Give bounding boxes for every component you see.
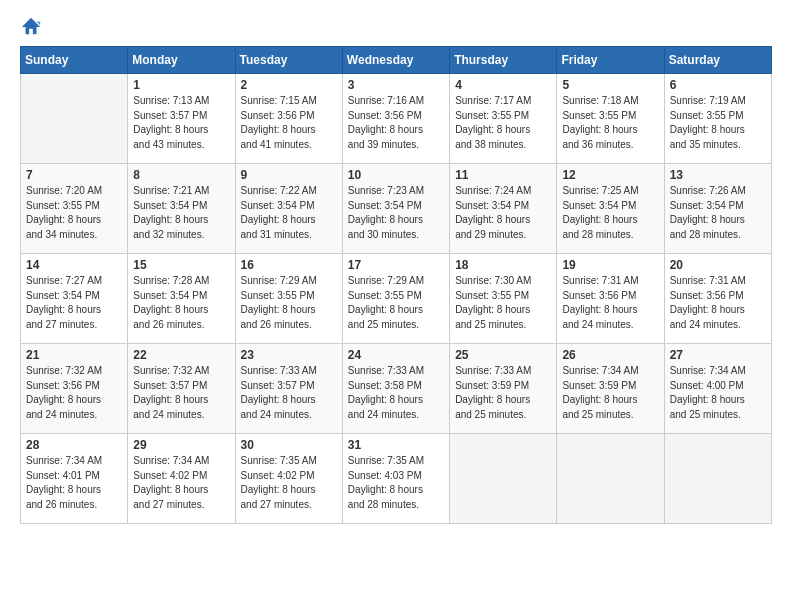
cell-content: Sunrise: 7:24 AM Sunset: 3:54 PM Dayligh… (455, 184, 551, 242)
day-number: 6 (670, 78, 766, 92)
day-header-thursday: Thursday (450, 47, 557, 74)
day-number: 1 (133, 78, 229, 92)
cell-content: Sunrise: 7:23 AM Sunset: 3:54 PM Dayligh… (348, 184, 444, 242)
calendar-cell: 26Sunrise: 7:34 AM Sunset: 3:59 PM Dayli… (557, 344, 664, 434)
day-number: 12 (562, 168, 658, 182)
cell-content: Sunrise: 7:34 AM Sunset: 4:00 PM Dayligh… (670, 364, 766, 422)
day-header-wednesday: Wednesday (342, 47, 449, 74)
calendar-cell: 8Sunrise: 7:21 AM Sunset: 3:54 PM Daylig… (128, 164, 235, 254)
cell-content: Sunrise: 7:30 AM Sunset: 3:55 PM Dayligh… (455, 274, 551, 332)
day-number: 8 (133, 168, 229, 182)
calendar-cell: 30Sunrise: 7:35 AM Sunset: 4:02 PM Dayli… (235, 434, 342, 524)
calendar-cell: 11Sunrise: 7:24 AM Sunset: 3:54 PM Dayli… (450, 164, 557, 254)
calendar-cell (557, 434, 664, 524)
cell-content: Sunrise: 7:29 AM Sunset: 3:55 PM Dayligh… (241, 274, 337, 332)
cell-content: Sunrise: 7:19 AM Sunset: 3:55 PM Dayligh… (670, 94, 766, 152)
calendar-cell: 2Sunrise: 7:15 AM Sunset: 3:56 PM Daylig… (235, 74, 342, 164)
day-number: 19 (562, 258, 658, 272)
day-number: 4 (455, 78, 551, 92)
cell-content: Sunrise: 7:32 AM Sunset: 3:57 PM Dayligh… (133, 364, 229, 422)
day-number: 17 (348, 258, 444, 272)
calendar-cell: 9Sunrise: 7:22 AM Sunset: 3:54 PM Daylig… (235, 164, 342, 254)
calendar-cell (664, 434, 771, 524)
cell-content: Sunrise: 7:15 AM Sunset: 3:56 PM Dayligh… (241, 94, 337, 152)
cell-content: Sunrise: 7:26 AM Sunset: 3:54 PM Dayligh… (670, 184, 766, 242)
calendar-cell: 31Sunrise: 7:35 AM Sunset: 4:03 PM Dayli… (342, 434, 449, 524)
week-row-5: 28Sunrise: 7:34 AM Sunset: 4:01 PM Dayli… (21, 434, 772, 524)
calendar-cell: 25Sunrise: 7:33 AM Sunset: 3:59 PM Dayli… (450, 344, 557, 434)
day-header-sunday: Sunday (21, 47, 128, 74)
calendar-cell: 18Sunrise: 7:30 AM Sunset: 3:55 PM Dayli… (450, 254, 557, 344)
calendar-cell: 14Sunrise: 7:27 AM Sunset: 3:54 PM Dayli… (21, 254, 128, 344)
calendar-cell: 17Sunrise: 7:29 AM Sunset: 3:55 PM Dayli… (342, 254, 449, 344)
day-number: 25 (455, 348, 551, 362)
week-row-2: 7Sunrise: 7:20 AM Sunset: 3:55 PM Daylig… (21, 164, 772, 254)
cell-content: Sunrise: 7:34 AM Sunset: 4:01 PM Dayligh… (26, 454, 122, 512)
cell-content: Sunrise: 7:34 AM Sunset: 4:02 PM Dayligh… (133, 454, 229, 512)
cell-content: Sunrise: 7:28 AM Sunset: 3:54 PM Dayligh… (133, 274, 229, 332)
day-number: 14 (26, 258, 122, 272)
day-number: 24 (348, 348, 444, 362)
day-number: 16 (241, 258, 337, 272)
calendar-body: 1Sunrise: 7:13 AM Sunset: 3:57 PM Daylig… (21, 74, 772, 524)
calendar-cell: 7Sunrise: 7:20 AM Sunset: 3:55 PM Daylig… (21, 164, 128, 254)
day-number: 30 (241, 438, 337, 452)
day-header-tuesday: Tuesday (235, 47, 342, 74)
day-number: 9 (241, 168, 337, 182)
calendar-cell: 1Sunrise: 7:13 AM Sunset: 3:57 PM Daylig… (128, 74, 235, 164)
day-number: 26 (562, 348, 658, 362)
cell-content: Sunrise: 7:22 AM Sunset: 3:54 PM Dayligh… (241, 184, 337, 242)
day-number: 29 (133, 438, 229, 452)
day-number: 27 (670, 348, 766, 362)
day-number: 18 (455, 258, 551, 272)
day-number: 31 (348, 438, 444, 452)
day-header-monday: Monday (128, 47, 235, 74)
calendar-cell: 19Sunrise: 7:31 AM Sunset: 3:56 PM Dayli… (557, 254, 664, 344)
calendar-cell (21, 74, 128, 164)
cell-content: Sunrise: 7:27 AM Sunset: 3:54 PM Dayligh… (26, 274, 122, 332)
calendar-cell: 21Sunrise: 7:32 AM Sunset: 3:56 PM Dayli… (21, 344, 128, 434)
calendar-cell (450, 434, 557, 524)
calendar-table: SundayMondayTuesdayWednesdayThursdayFrid… (20, 46, 772, 524)
day-number: 23 (241, 348, 337, 362)
cell-content: Sunrise: 7:13 AM Sunset: 3:57 PM Dayligh… (133, 94, 229, 152)
calendar-cell: 12Sunrise: 7:25 AM Sunset: 3:54 PM Dayli… (557, 164, 664, 254)
day-number: 21 (26, 348, 122, 362)
day-headers-row: SundayMondayTuesdayWednesdayThursdayFrid… (21, 47, 772, 74)
calendar-cell: 22Sunrise: 7:32 AM Sunset: 3:57 PM Dayli… (128, 344, 235, 434)
cell-content: Sunrise: 7:34 AM Sunset: 3:59 PM Dayligh… (562, 364, 658, 422)
cell-content: Sunrise: 7:25 AM Sunset: 3:54 PM Dayligh… (562, 184, 658, 242)
week-row-3: 14Sunrise: 7:27 AM Sunset: 3:54 PM Dayli… (21, 254, 772, 344)
calendar-cell: 3Sunrise: 7:16 AM Sunset: 3:56 PM Daylig… (342, 74, 449, 164)
calendar-cell: 5Sunrise: 7:18 AM Sunset: 3:55 PM Daylig… (557, 74, 664, 164)
cell-content: Sunrise: 7:17 AM Sunset: 3:55 PM Dayligh… (455, 94, 551, 152)
calendar-cell: 13Sunrise: 7:26 AM Sunset: 3:54 PM Dayli… (664, 164, 771, 254)
logo-icon (20, 16, 42, 38)
week-row-4: 21Sunrise: 7:32 AM Sunset: 3:56 PM Dayli… (21, 344, 772, 434)
cell-content: Sunrise: 7:21 AM Sunset: 3:54 PM Dayligh… (133, 184, 229, 242)
day-number: 3 (348, 78, 444, 92)
day-number: 22 (133, 348, 229, 362)
cell-content: Sunrise: 7:31 AM Sunset: 3:56 PM Dayligh… (562, 274, 658, 332)
calendar-cell: 29Sunrise: 7:34 AM Sunset: 4:02 PM Dayli… (128, 434, 235, 524)
calendar-header: SundayMondayTuesdayWednesdayThursdayFrid… (21, 47, 772, 74)
day-number: 15 (133, 258, 229, 272)
calendar-cell: 15Sunrise: 7:28 AM Sunset: 3:54 PM Dayli… (128, 254, 235, 344)
day-header-friday: Friday (557, 47, 664, 74)
calendar-cell: 28Sunrise: 7:34 AM Sunset: 4:01 PM Dayli… (21, 434, 128, 524)
calendar-cell: 6Sunrise: 7:19 AM Sunset: 3:55 PM Daylig… (664, 74, 771, 164)
day-number: 10 (348, 168, 444, 182)
calendar-cell: 20Sunrise: 7:31 AM Sunset: 3:56 PM Dayli… (664, 254, 771, 344)
calendar-cell: 27Sunrise: 7:34 AM Sunset: 4:00 PM Dayli… (664, 344, 771, 434)
svg-marker-0 (22, 18, 40, 35)
week-row-1: 1Sunrise: 7:13 AM Sunset: 3:57 PM Daylig… (21, 74, 772, 164)
calendar-cell: 23Sunrise: 7:33 AM Sunset: 3:57 PM Dayli… (235, 344, 342, 434)
calendar-cell: 24Sunrise: 7:33 AM Sunset: 3:58 PM Dayli… (342, 344, 449, 434)
cell-content: Sunrise: 7:33 AM Sunset: 3:58 PM Dayligh… (348, 364, 444, 422)
cell-content: Sunrise: 7:16 AM Sunset: 3:56 PM Dayligh… (348, 94, 444, 152)
cell-content: Sunrise: 7:18 AM Sunset: 3:55 PM Dayligh… (562, 94, 658, 152)
logo (20, 16, 46, 38)
day-header-saturday: Saturday (664, 47, 771, 74)
cell-content: Sunrise: 7:32 AM Sunset: 3:56 PM Dayligh… (26, 364, 122, 422)
cell-content: Sunrise: 7:35 AM Sunset: 4:02 PM Dayligh… (241, 454, 337, 512)
